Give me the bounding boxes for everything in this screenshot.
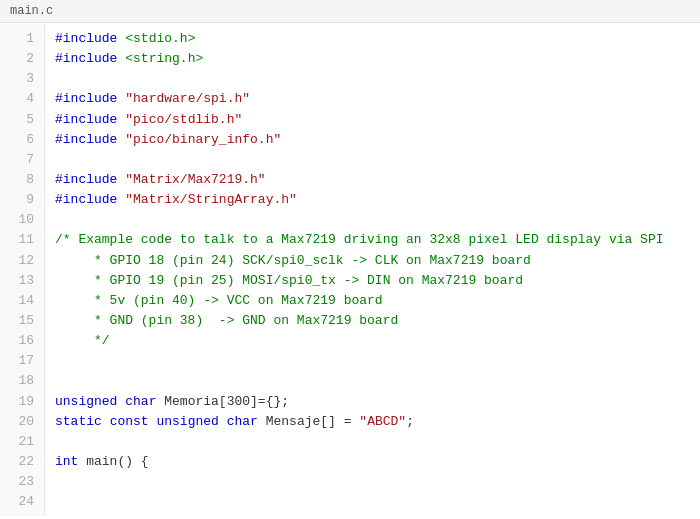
line-number: 15: [0, 311, 44, 331]
line-number: 2: [0, 49, 44, 69]
line-number: 10: [0, 210, 44, 230]
line-number: 18: [0, 371, 44, 391]
code-token: <stdio.h>: [125, 31, 195, 46]
code-token: const: [110, 414, 149, 429]
line-number: 9: [0, 190, 44, 210]
code-token: #include: [55, 112, 117, 127]
code-content[interactable]: #include <stdio.h>#include <string.h> #i…: [45, 23, 700, 516]
line-number: 14: [0, 291, 44, 311]
code-token: "Matrix/StringArray.h": [125, 192, 297, 207]
code-token: #include: [55, 51, 117, 66]
editor-container: main.c 123456789101112131415161718192021…: [0, 0, 700, 519]
code-line: int main() {: [55, 452, 690, 472]
code-token: "hardware/spi.h": [125, 91, 250, 106]
code-line: * GPIO 19 (pin 25) MOSI/spi0_tx -> DIN o…: [55, 271, 690, 291]
code-token: #include: [55, 172, 117, 187]
code-token: , true);: [273, 514, 335, 516]
code-line: [55, 351, 690, 371]
code-token: unsigned: [156, 414, 218, 429]
code-line: [55, 150, 690, 170]
code-line: [55, 69, 690, 89]
code-token: * GND (pin 38) -> GND on Max7219 board: [55, 313, 398, 328]
code-token: static: [55, 414, 102, 429]
code-token: int: [55, 454, 78, 469]
code-token: #include: [55, 132, 117, 147]
file-title: main.c: [10, 4, 53, 18]
line-number: 19: [0, 392, 44, 412]
line-number: 7: [0, 150, 44, 170]
code-token: "Matrix/Max7219.h": [125, 172, 265, 187]
line-number: 5: [0, 110, 44, 130]
code-line: [55, 492, 690, 512]
line-number: 24: [0, 492, 44, 512]
code-token: [219, 414, 227, 429]
code-line: static const unsigned char Mensaje[] = "…: [55, 412, 690, 432]
line-number: 4: [0, 89, 44, 109]
line-number: 22: [0, 452, 44, 472]
line-number: 16: [0, 331, 44, 351]
code-token: * 5v (pin 40) -> VCC on Max7219 board: [55, 293, 383, 308]
code-line: [55, 432, 690, 452]
code-token: "ABCD": [359, 414, 406, 429]
line-number: 17: [0, 351, 44, 371]
code-area: 1234567891011121314151617181920212223242…: [0, 23, 700, 516]
code-line: unsigned char Memoria[300]={};: [55, 392, 690, 412]
code-token: #include: [55, 31, 117, 46]
code-token: #include: [55, 91, 117, 106]
code-line: #include "Matrix/StringArray.h": [55, 190, 690, 210]
line-number: 8: [0, 170, 44, 190]
code-token: /* Example code to talk to a Max7219 dri…: [55, 232, 664, 247]
code-token: */: [55, 333, 110, 348]
code-line: */: [55, 331, 690, 351]
code-line: #include "Matrix/Max7219.h": [55, 170, 690, 190]
code-line: [55, 210, 690, 230]
line-number: 1: [0, 29, 44, 49]
code-line: [55, 472, 690, 492]
line-number: 12: [0, 251, 44, 271]
code-line: #include <stdio.h>: [55, 29, 690, 49]
line-numbers: 1234567891011121314151617181920212223242…: [0, 23, 45, 516]
code-token: unsigned: [55, 394, 117, 409]
code-line: #include <string.h>: [55, 49, 690, 69]
code-token: Mensaje[] =: [258, 414, 359, 429]
code-line: * GPIO 18 (pin 24) SCK/spi0_sclk -> CLK …: [55, 251, 690, 271]
line-number: 20: [0, 412, 44, 432]
code-line: * 5v (pin 40) -> VCC on Max7219 board: [55, 291, 690, 311]
code-token: [102, 414, 110, 429]
line-number: 23: [0, 472, 44, 492]
code-token: Memoria[300]={};: [156, 394, 289, 409]
line-number: 11: [0, 230, 44, 250]
line-number: 13: [0, 271, 44, 291]
code-token: char: [227, 414, 258, 429]
code-token: 133000: [227, 514, 274, 516]
code-token: #include: [55, 192, 117, 207]
code-token: ;: [406, 414, 414, 429]
line-number: 6: [0, 130, 44, 150]
code-token: <string.h>: [125, 51, 203, 66]
code-token: char: [125, 394, 156, 409]
code-token: * GPIO 18 (pin 24) SCK/spi0_sclk -> CLK …: [55, 253, 531, 268]
code-line: #include "hardware/spi.h": [55, 89, 690, 109]
code-line: /* Example code to talk to a Max7219 dri…: [55, 230, 690, 250]
line-number: 25: [0, 512, 44, 516]
code-token: "pico/stdlib.h": [125, 112, 242, 127]
code-token: * GPIO 19 (pin 25) MOSI/spi0_tx -> DIN o…: [55, 273, 523, 288]
code-line: [55, 371, 690, 391]
code-line: #include "pico/stdlib.h": [55, 110, 690, 130]
code-line: * GND (pin 38) -> GND on Max7219 board: [55, 311, 690, 331]
line-number: 21: [0, 432, 44, 452]
line-number: 3: [0, 69, 44, 89]
code-line: set_sys_clock_khz(133000, true);: [55, 512, 690, 516]
code-line: #include "pico/binary_info.h": [55, 130, 690, 150]
title-bar: main.c: [0, 0, 700, 23]
code-token: main() {: [78, 454, 148, 469]
code-token: set_sys_clock_khz(: [55, 514, 227, 516]
code-token: "pico/binary_info.h": [125, 132, 281, 147]
